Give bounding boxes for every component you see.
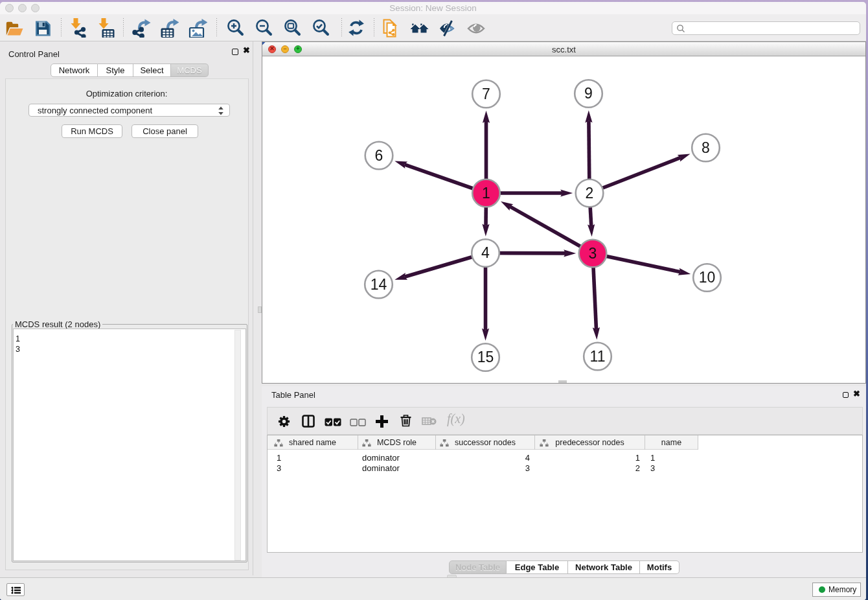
svg-text:3: 3 <box>589 245 597 262</box>
svg-text:9: 9 <box>584 85 593 102</box>
svg-text:11: 11 <box>590 348 606 365</box>
svg-text:2: 2 <box>586 185 594 202</box>
svg-text:8: 8 <box>702 139 710 156</box>
svg-text:4: 4 <box>481 244 490 261</box>
svg-text:6: 6 <box>375 147 383 164</box>
svg-text:1: 1 <box>482 185 490 202</box>
svg-text:14: 14 <box>371 276 387 293</box>
svg-text:7: 7 <box>482 86 490 102</box>
svg-text:15: 15 <box>477 349 494 365</box>
svg-text:10: 10 <box>699 269 716 286</box>
